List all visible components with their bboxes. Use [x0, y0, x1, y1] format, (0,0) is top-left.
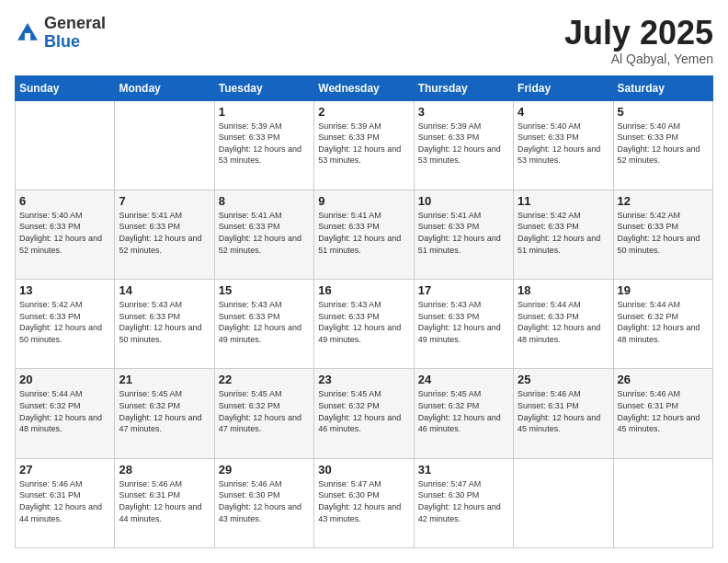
- day-number: 21: [119, 373, 210, 386]
- day-number: 10: [418, 194, 509, 208]
- calendar-cell: 30Sunrise: 5:47 AM Sunset: 6:30 PM Dayli…: [314, 458, 414, 547]
- calendar-cell: 21Sunrise: 5:45 AM Sunset: 6:32 PM Dayli…: [115, 369, 214, 458]
- day-info: Sunrise: 5:39 AM Sunset: 6:33 PM Dayligh…: [418, 121, 509, 167]
- day-number: 12: [618, 194, 709, 208]
- day-number: 26: [618, 373, 709, 386]
- calendar-cell: 23Sunrise: 5:45 AM Sunset: 6:32 PM Dayli…: [314, 369, 414, 458]
- day-number: 30: [318, 463, 409, 477]
- calendar-cell: 25Sunrise: 5:46 AM Sunset: 6:31 PM Dayli…: [514, 369, 613, 458]
- day-number: 19: [618, 283, 709, 297]
- calendar: SundayMondayTuesdayWednesdayThursdayFrid…: [15, 75, 713, 548]
- day-info: Sunrise: 5:45 AM Sunset: 6:32 PM Dayligh…: [418, 388, 509, 434]
- day-info: Sunrise: 5:39 AM Sunset: 6:33 PM Dayligh…: [219, 121, 310, 167]
- day-number: 29: [219, 463, 310, 477]
- day-info: Sunrise: 5:44 AM Sunset: 6:32 PM Dayligh…: [19, 388, 110, 434]
- calendar-cell: 26Sunrise: 5:46 AM Sunset: 6:31 PM Dayli…: [613, 369, 712, 458]
- day-number: 5: [618, 105, 709, 119]
- day-info: Sunrise: 5:45 AM Sunset: 6:32 PM Dayligh…: [318, 388, 409, 434]
- calendar-cell: 7Sunrise: 5:41 AM Sunset: 6:33 PM Daylig…: [115, 190, 214, 279]
- logo-text: General Blue: [44, 15, 106, 52]
- day-header: Sunday: [16, 75, 115, 100]
- calendar-cell: 18Sunrise: 5:44 AM Sunset: 6:33 PM Dayli…: [514, 280, 613, 369]
- calendar-cell: 4Sunrise: 5:40 AM Sunset: 6:33 PM Daylig…: [514, 100, 613, 190]
- day-info: Sunrise: 5:47 AM Sunset: 6:30 PM Dayligh…: [318, 478, 409, 524]
- calendar-cell: 12Sunrise: 5:42 AM Sunset: 6:33 PM Dayli…: [613, 190, 712, 279]
- day-info: Sunrise: 5:45 AM Sunset: 6:32 PM Dayligh…: [219, 388, 310, 434]
- calendar-cell: 14Sunrise: 5:43 AM Sunset: 6:33 PM Dayli…: [115, 280, 214, 369]
- day-info: Sunrise: 5:41 AM Sunset: 6:33 PM Dayligh…: [318, 210, 409, 256]
- calendar-week-row: 13Sunrise: 5:42 AM Sunset: 6:33 PM Dayli…: [16, 280, 713, 369]
- day-number: 1: [219, 105, 310, 119]
- calendar-cell: [16, 100, 115, 190]
- calendar-cell: 1Sunrise: 5:39 AM Sunset: 6:33 PM Daylig…: [214, 100, 313, 190]
- day-info: Sunrise: 5:43 AM Sunset: 6:33 PM Dayligh…: [318, 299, 409, 345]
- day-info: Sunrise: 5:44 AM Sunset: 6:32 PM Dayligh…: [618, 299, 709, 345]
- day-info: Sunrise: 5:43 AM Sunset: 6:33 PM Dayligh…: [418, 299, 509, 345]
- day-number: 4: [518, 105, 609, 119]
- calendar-cell: 17Sunrise: 5:43 AM Sunset: 6:33 PM Dayli…: [414, 280, 513, 369]
- day-number: 8: [219, 194, 310, 208]
- day-number: 16: [318, 283, 409, 297]
- day-info: Sunrise: 5:39 AM Sunset: 6:33 PM Dayligh…: [318, 121, 409, 167]
- day-number: 31: [418, 463, 509, 477]
- title-area: July 2025 Al Qabyal, Yemen: [564, 15, 713, 66]
- calendar-cell: 15Sunrise: 5:43 AM Sunset: 6:33 PM Dayli…: [214, 280, 313, 369]
- day-info: Sunrise: 5:47 AM Sunset: 6:30 PM Dayligh…: [418, 478, 509, 524]
- day-number: 23: [318, 373, 409, 386]
- day-info: Sunrise: 5:40 AM Sunset: 6:33 PM Dayligh…: [618, 121, 709, 167]
- day-number: 25: [518, 373, 609, 386]
- calendar-week-row: 20Sunrise: 5:44 AM Sunset: 6:32 PM Dayli…: [16, 369, 713, 458]
- calendar-cell: 8Sunrise: 5:41 AM Sunset: 6:33 PM Daylig…: [214, 190, 313, 279]
- day-info: Sunrise: 5:43 AM Sunset: 6:33 PM Dayligh…: [119, 299, 210, 345]
- calendar-cell: [115, 100, 214, 190]
- day-header: Saturday: [613, 75, 712, 100]
- day-info: Sunrise: 5:46 AM Sunset: 6:30 PM Dayligh…: [219, 478, 310, 524]
- day-info: Sunrise: 5:46 AM Sunset: 6:31 PM Dayligh…: [119, 478, 210, 524]
- day-info: Sunrise: 5:42 AM Sunset: 6:33 PM Dayligh…: [618, 210, 709, 256]
- calendar-cell: 5Sunrise: 5:40 AM Sunset: 6:33 PM Daylig…: [613, 100, 712, 190]
- day-number: 17: [418, 283, 509, 297]
- day-number: 28: [119, 463, 210, 477]
- day-info: Sunrise: 5:40 AM Sunset: 6:33 PM Dayligh…: [518, 121, 609, 167]
- calendar-week-row: 1Sunrise: 5:39 AM Sunset: 6:33 PM Daylig…: [16, 100, 713, 190]
- svg-rect-1: [25, 33, 30, 40]
- day-number: 9: [318, 194, 409, 208]
- calendar-cell: 9Sunrise: 5:41 AM Sunset: 6:33 PM Daylig…: [314, 190, 414, 279]
- day-number: 18: [518, 283, 609, 297]
- header: General Blue July 2025 Al Qabyal, Yemen: [15, 15, 713, 66]
- day-header: Thursday: [414, 75, 513, 100]
- calendar-cell: [613, 458, 712, 547]
- day-info: Sunrise: 5:41 AM Sunset: 6:33 PM Dayligh…: [219, 210, 310, 256]
- day-number: 15: [219, 283, 310, 297]
- calendar-cell: 31Sunrise: 5:47 AM Sunset: 6:30 PM Dayli…: [414, 458, 513, 547]
- day-number: 6: [19, 194, 110, 208]
- logo-general: General: [44, 15, 106, 33]
- day-info: Sunrise: 5:41 AM Sunset: 6:33 PM Dayligh…: [418, 210, 509, 256]
- calendar-cell: 10Sunrise: 5:41 AM Sunset: 6:33 PM Dayli…: [414, 190, 513, 279]
- day-number: 27: [19, 463, 110, 477]
- day-number: 11: [518, 194, 609, 208]
- logo: General Blue: [15, 15, 106, 52]
- day-info: Sunrise: 5:42 AM Sunset: 6:33 PM Dayligh…: [518, 210, 609, 256]
- calendar-cell: 16Sunrise: 5:43 AM Sunset: 6:33 PM Dayli…: [314, 280, 414, 369]
- day-info: Sunrise: 5:40 AM Sunset: 6:33 PM Dayligh…: [19, 210, 110, 256]
- calendar-week-row: 27Sunrise: 5:46 AM Sunset: 6:31 PM Dayli…: [16, 458, 713, 547]
- month-title: July 2025: [564, 15, 713, 52]
- day-info: Sunrise: 5:42 AM Sunset: 6:33 PM Dayligh…: [19, 299, 110, 345]
- day-info: Sunrise: 5:46 AM Sunset: 6:31 PM Dayligh…: [19, 478, 110, 524]
- calendar-cell: 2Sunrise: 5:39 AM Sunset: 6:33 PM Daylig…: [314, 100, 414, 190]
- day-header: Tuesday: [214, 75, 313, 100]
- day-number: 22: [219, 373, 310, 386]
- calendar-header-row: SundayMondayTuesdayWednesdayThursdayFrid…: [16, 75, 713, 100]
- calendar-cell: 27Sunrise: 5:46 AM Sunset: 6:31 PM Dayli…: [16, 458, 115, 547]
- day-header: Monday: [115, 75, 214, 100]
- calendar-cell: 3Sunrise: 5:39 AM Sunset: 6:33 PM Daylig…: [414, 100, 513, 190]
- day-number: 7: [119, 194, 210, 208]
- calendar-cell: [514, 458, 613, 547]
- calendar-cell: 13Sunrise: 5:42 AM Sunset: 6:33 PM Dayli…: [16, 280, 115, 369]
- calendar-week-row: 6Sunrise: 5:40 AM Sunset: 6:33 PM Daylig…: [16, 190, 713, 279]
- calendar-cell: 20Sunrise: 5:44 AM Sunset: 6:32 PM Dayli…: [16, 369, 115, 458]
- day-number: 20: [19, 373, 110, 386]
- calendar-cell: 11Sunrise: 5:42 AM Sunset: 6:33 PM Dayli…: [514, 190, 613, 279]
- day-info: Sunrise: 5:46 AM Sunset: 6:31 PM Dayligh…: [518, 388, 609, 434]
